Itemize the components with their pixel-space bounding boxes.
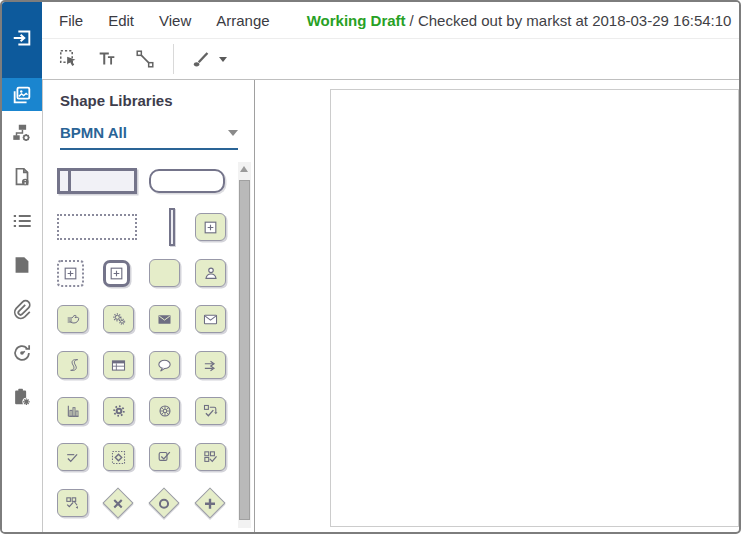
plus-box-icon	[202, 219, 219, 236]
menu-bar: FileEditViewArrange Working Draft/ Check…	[42, 2, 739, 39]
brush-icon	[190, 48, 212, 70]
shape-group[interactable]	[57, 214, 137, 240]
shape-wheel-task[interactable]	[149, 397, 180, 425]
shape-check-flow-task[interactable]	[195, 397, 226, 425]
sidebar-item-clipboard-settings[interactable]	[2, 375, 42, 419]
toolbar-tools	[50, 44, 234, 74]
sidebar-item-history[interactable]	[2, 331, 42, 375]
menu-bar-items: FileEditViewArrange	[59, 12, 295, 29]
text-tool[interactable]	[95, 47, 119, 71]
paperclip-icon	[11, 298, 33, 320]
sidebar-item-attachments[interactable]	[2, 287, 42, 331]
app-window: FileEditViewArrange Working Draft/ Check…	[0, 0, 741, 534]
marquee-select-icon	[58, 48, 80, 70]
shape-grid	[57, 158, 241, 526]
sidebar-item-pages[interactable]	[2, 243, 42, 287]
shape-send-receive-task[interactable]	[195, 351, 226, 379]
shape-call-activity[interactable]	[103, 260, 130, 287]
sidebar-item-outline-list[interactable]	[2, 199, 42, 243]
squares-check-arrow-icon	[64, 495, 81, 512]
left-icon-rail	[2, 2, 42, 532]
clipboard-gear-icon	[11, 386, 33, 408]
sidebar-item-collapse-panel[interactable]	[2, 2, 42, 78]
shape-annotation-task[interactable]	[149, 351, 180, 379]
shape-subprocess[interactable]	[195, 213, 226, 241]
shape-automation-task[interactable]	[103, 397, 134, 425]
squares-check-icon	[202, 449, 219, 466]
diamond-glyph	[203, 496, 218, 511]
plus-box-icon	[108, 265, 125, 282]
speech-bubble-icon	[156, 357, 173, 374]
chevron-down-icon	[219, 57, 227, 66]
shape-report-task[interactable]	[57, 397, 88, 425]
sidebar-item-shape-libraries[interactable]	[2, 78, 42, 111]
double-arrow-icon	[202, 357, 219, 374]
toolbar-separator	[173, 44, 174, 74]
shape-service-task[interactable]	[103, 305, 134, 333]
working-draft-label: Working Draft	[307, 12, 406, 29]
shape-inclusive-gateway[interactable]	[148, 487, 179, 518]
library-dropdown-value: BPMN All	[60, 124, 127, 141]
shape-lane-divider[interactable]	[169, 208, 175, 246]
page-icon	[11, 254, 33, 276]
shape-user-task[interactable]	[195, 259, 226, 287]
history-icon	[11, 342, 33, 364]
marquee-select-tool[interactable]	[57, 47, 81, 71]
checkout-status: Working Draft/ Checked out by markst at …	[307, 12, 732, 29]
menu-item-arrange[interactable]: Arrange	[216, 12, 269, 29]
scrollbar-thumb[interactable]	[239, 180, 250, 520]
shape-completed-task[interactable]	[149, 443, 180, 471]
style-brush-tool[interactable]	[190, 47, 227, 71]
shape-event-subprocess[interactable]	[57, 260, 84, 287]
shape-send-task[interactable]	[149, 305, 180, 333]
shape-manual-task[interactable]	[57, 305, 88, 333]
library-dropdown[interactable]: BPMN All	[60, 124, 238, 150]
shape-exclusive-gateway[interactable]	[102, 487, 133, 518]
bar-chart-icon	[65, 403, 81, 419]
check-arrow-icon	[202, 403, 219, 420]
shape-multi-task[interactable]	[195, 443, 226, 471]
menu-item-file[interactable]: File	[59, 12, 83, 29]
box-check-icon	[156, 449, 173, 466]
plus-mark-icon	[203, 496, 218, 511]
script-icon	[65, 357, 81, 373]
shape-embedded-process[interactable]	[103, 443, 134, 471]
shape-approval-task[interactable]	[57, 443, 88, 471]
dotted-diamond-icon	[110, 449, 127, 466]
gear-icon	[111, 403, 127, 419]
shape-task[interactable]	[149, 169, 225, 193]
wheel-icon	[157, 403, 173, 419]
table-icon	[110, 357, 127, 374]
diamond-glyph	[111, 496, 126, 511]
file-info-icon	[11, 166, 33, 188]
panel-title: Shape Libraries	[60, 92, 173, 109]
sidebar-item-document-info[interactable]	[2, 155, 42, 199]
shape-parallel-gateway[interactable]	[194, 487, 225, 518]
text-icon	[96, 48, 118, 70]
hand-icon	[65, 311, 81, 327]
shape-multi-task-flow[interactable]	[57, 489, 88, 517]
menu-item-edit[interactable]: Edit	[108, 12, 134, 29]
toolbar	[42, 39, 739, 80]
diamond-glyph	[157, 496, 172, 511]
shapes-panel-icon	[11, 84, 33, 106]
plus-box-icon	[62, 265, 79, 282]
scroll-up-arrow-icon[interactable]	[240, 166, 248, 172]
check-line-icon	[64, 449, 81, 466]
shape-libraries-panel: Shape Libraries BPMN All	[42, 80, 255, 532]
shape-script-task[interactable]	[57, 351, 88, 379]
list-icon	[11, 210, 33, 232]
menu-item-view[interactable]: View	[159, 12, 191, 29]
shape-business-rule-task[interactable]	[103, 351, 134, 379]
connector-tool[interactable]	[133, 47, 157, 71]
x-mark-icon	[111, 496, 126, 511]
gears-icon	[111, 311, 127, 327]
shape-plain-task[interactable]	[149, 259, 180, 287]
envelope-filled-icon	[156, 311, 173, 328]
shape-pool[interactable]	[57, 168, 137, 194]
diagram-canvas[interactable]	[330, 89, 739, 527]
sidebar-item-process-structure[interactable]	[2, 111, 42, 155]
chevron-down-icon	[228, 130, 238, 141]
shape-receive-task[interactable]	[195, 305, 226, 333]
panel-scrollbar[interactable]	[238, 162, 251, 528]
